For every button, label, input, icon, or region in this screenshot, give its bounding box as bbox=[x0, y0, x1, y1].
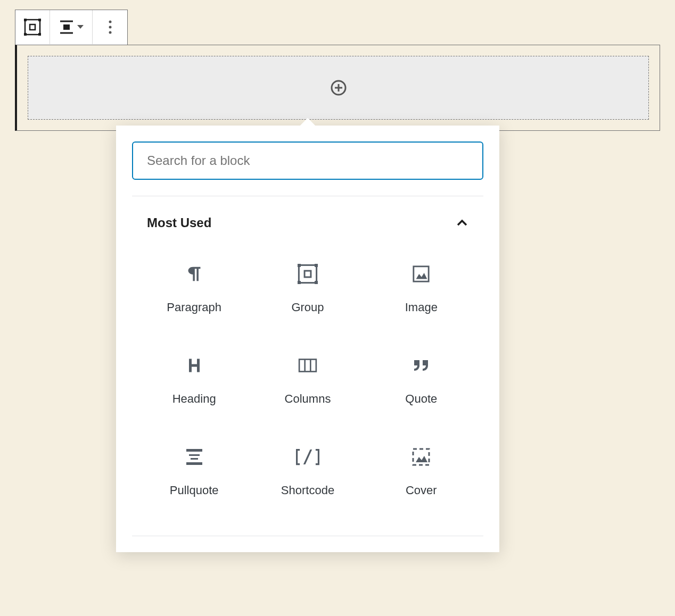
chevron-up-icon bbox=[456, 218, 468, 228]
image-icon bbox=[412, 261, 430, 287]
block-type-columns[interactable]: Columns bbox=[251, 337, 364, 428]
block-type-cover[interactable]: Cover bbox=[365, 428, 478, 520]
blocks-grid: ParagraphGroupImageHeadingColumnsQuotePu… bbox=[132, 245, 483, 536]
block-appender[interactable] bbox=[28, 56, 649, 120]
block-type-paragraph[interactable]: Paragraph bbox=[137, 245, 251, 337]
quote-icon bbox=[411, 353, 431, 378]
block-inserter-popover: Most Used ParagraphGroupImageHeadingColu… bbox=[116, 126, 499, 552]
block-type-label: Quote bbox=[405, 392, 437, 406]
heading-icon bbox=[186, 353, 202, 378]
block-toolbar bbox=[15, 10, 128, 45]
block-type-label: Image bbox=[405, 301, 438, 314]
block-type-image[interactable]: Image bbox=[365, 245, 478, 337]
search-input[interactable] bbox=[132, 141, 483, 180]
panel-header-most-used[interactable]: Most Used bbox=[132, 196, 483, 245]
columns-icon bbox=[297, 353, 318, 378]
paragraph-icon bbox=[186, 261, 202, 287]
block-align-button[interactable] bbox=[50, 10, 93, 44]
pullquote-icon bbox=[184, 444, 204, 470]
block-type-label: Cover bbox=[406, 484, 437, 497]
panel-title: Most Used bbox=[147, 215, 211, 230]
block-type-label: Group bbox=[291, 301, 324, 314]
block-type-label: Paragraph bbox=[167, 301, 221, 314]
group-icon bbox=[298, 261, 318, 287]
group-icon bbox=[24, 19, 41, 36]
shortcode-icon bbox=[296, 444, 319, 470]
block-type-label: Shortcode bbox=[281, 484, 334, 497]
block-type-pullquote[interactable]: Pullquote bbox=[137, 428, 251, 520]
block-type-group[interactable]: Group bbox=[251, 245, 364, 337]
more-options-icon bbox=[105, 20, 116, 35]
block-type-shortcode[interactable]: Shortcode bbox=[251, 428, 364, 520]
block-type-label: Heading bbox=[172, 392, 216, 406]
align-icon bbox=[59, 19, 74, 35]
block-type-heading[interactable]: Heading bbox=[137, 337, 251, 428]
divider bbox=[132, 536, 483, 536]
block-type-label: Pullquote bbox=[170, 484, 219, 497]
block-type-button[interactable] bbox=[15, 10, 50, 44]
more-options-button[interactable] bbox=[93, 10, 127, 44]
add-block-icon bbox=[330, 79, 347, 96]
caret-down-icon bbox=[77, 25, 84, 29]
block-type-quote[interactable]: Quote bbox=[365, 337, 478, 428]
block-type-label: Columns bbox=[285, 392, 331, 406]
cover-icon bbox=[411, 444, 431, 470]
selected-group-block[interactable] bbox=[15, 45, 660, 131]
block-editor-canvas bbox=[15, 10, 660, 131]
